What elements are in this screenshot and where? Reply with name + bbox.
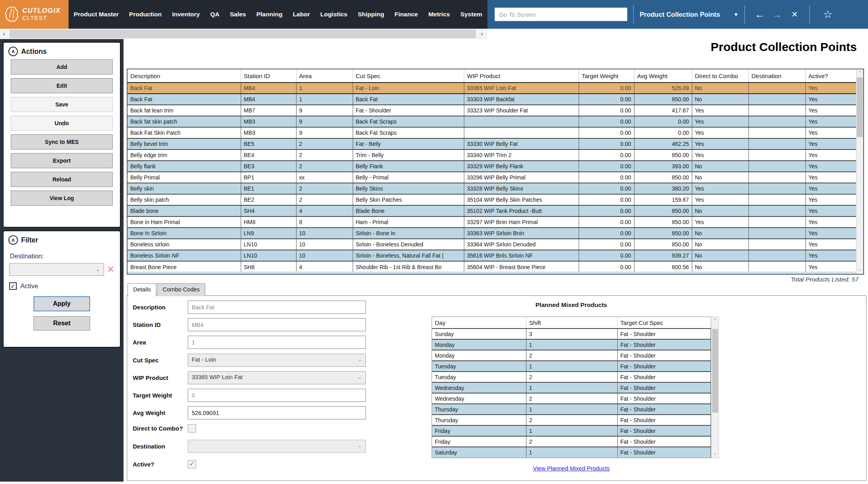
area-field[interactable] <box>188 336 366 349</box>
table-row[interactable]: Blade boneSH44Blade Bone35102 WIP Tank P… <box>128 205 856 216</box>
table-row[interactable]: Wednesday1Fat - Shoulder <box>432 382 711 393</box>
table-row[interactable]: Back FatMB41Back Fat33303 WIP Backfat0.0… <box>128 94 856 105</box>
nav-item-metrics[interactable]: Metrics <box>423 11 455 18</box>
close-screen-button[interactable]: ✕ <box>786 0 803 29</box>
table-row[interactable]: Tuesday2Fat - Shoulder <box>432 372 711 382</box>
column-header-description[interactable]: Description <box>128 69 241 83</box>
apply-button[interactable]: Apply <box>33 296 90 311</box>
nav-item-production[interactable]: Production <box>124 11 167 18</box>
grid-vertical-scrollbar[interactable]: ⌃ ⌄ <box>856 69 863 274</box>
destination-filter-select[interactable]: ⌄ <box>9 263 104 276</box>
table-row[interactable]: Belly skinBE12Belly Skins33328 WIP Belly… <box>128 183 856 194</box>
active-checkbox[interactable]: ✓ <box>188 460 196 468</box>
column-header-cut-spec[interactable]: Cut Spec <box>353 69 464 83</box>
planned-scrollbar-thumb[interactable] <box>712 329 718 413</box>
sync-to-mes-button[interactable]: Sync to MES <box>11 134 113 150</box>
tab-details[interactable]: Details <box>128 283 156 296</box>
column-header-avg-weight[interactable]: Avg Weight <box>634 69 692 83</box>
station-id-field[interactable] <box>188 318 366 331</box>
table-row[interactable]: Thursday1Fat - Shoulder <box>432 404 711 415</box>
nav-item-product-master[interactable]: Product Master <box>69 11 124 18</box>
view-log-button[interactable]: View Log <box>11 191 113 206</box>
table-row[interactable]: Boneless sirloinLN1010Sirloin - Boneless… <box>128 239 856 250</box>
column-header-station-id[interactable]: Station ID <box>241 69 296 83</box>
scroll-up-icon[interactable]: ⌃ <box>711 318 719 324</box>
table-row[interactable]: Belly flankBE32Belly Flank33329 WIP Bell… <box>128 161 856 172</box>
back-button[interactable]: ← <box>751 0 768 29</box>
undo-button[interactable]: Undo <box>11 116 113 131</box>
favorite-star-button[interactable]: ☆ <box>816 8 840 21</box>
table-row[interactable]: Belly edge trimBE42Trim - Belly33340 WIP… <box>128 150 856 161</box>
column-header-target-weight[interactable]: Target Weight <box>579 69 634 83</box>
column-header-active[interactable]: Active? <box>805 69 856 83</box>
table-row[interactable]: Wednesday2Fat - Shoulder <box>432 393 711 404</box>
table-row[interactable]: Sunday3Fat - Shoulder <box>432 329 711 339</box>
active-filter-checkbox-row[interactable]: ✓ Active <box>9 282 114 290</box>
cut-spec-select[interactable]: Fat - Loin ⌄ <box>188 354 366 367</box>
scroll-up-icon[interactable]: ⌃ <box>856 70 863 77</box>
edit-button[interactable]: Edit <box>11 78 113 93</box>
column-header-day[interactable]: Day <box>432 317 526 329</box>
grid-scrollbar-thumb[interactable] <box>857 77 863 137</box>
column-header-direct-to-combo[interactable]: Direct to Combo <box>692 69 748 83</box>
collapse-filter-icon[interactable]: ∧ <box>8 235 18 245</box>
column-header-wip-product[interactable]: WIP Product <box>464 69 579 83</box>
table-row[interactable]: Back fat skin patchMB39Back Fat Scraps0.… <box>128 116 856 127</box>
table-row[interactable]: Thursday2Fat - Shoulder <box>432 415 711 425</box>
active-filter-checkbox[interactable]: ✓ <box>9 282 17 290</box>
nav-item-system[interactable]: System <box>455 11 487 18</box>
nav-item-labor[interactable]: Labor <box>288 11 315 18</box>
column-header-area[interactable]: Area <box>296 69 353 83</box>
table-row[interactable]: Monday1Fat - Shoulder <box>432 339 711 350</box>
table-row[interactable]: Tuesday1Fat - Shoulder <box>432 361 711 372</box>
tab-combo-codes[interactable]: Combo Codes <box>157 283 205 296</box>
destination-select[interactable]: ⌄ <box>188 440 366 453</box>
table-row[interactable]: Bone in Ham PrimalHM88Ham - Primal33297 … <box>128 216 856 228</box>
column-header-destination[interactable]: Destination <box>748 69 805 83</box>
menu-scrollbar-thumb[interactable] <box>10 30 476 38</box>
table-row[interactable]: Friday1Fat - Shoulder <box>432 425 711 436</box>
description-field[interactable] <box>188 301 366 314</box>
scroll-down-icon[interactable]: ⌄ <box>856 267 863 273</box>
reset-button[interactable]: Reset <box>33 316 90 331</box>
scroll-down-icon[interactable]: ⌄ <box>711 451 719 457</box>
table-row[interactable]: Belly skin patchBE22Belly Skin Patches35… <box>128 194 856 205</box>
reload-button[interactable]: Reload <box>11 172 113 187</box>
column-header-shift[interactable]: Shift <box>526 317 617 329</box>
menu-scrollbar[interactable]: ‹ › <box>0 29 487 39</box>
planned-vertical-scrollbar[interactable]: ⌃ ⌄ <box>711 317 719 458</box>
nav-item-planning[interactable]: Planning <box>251 11 287 18</box>
scroll-left-icon[interactable]: ‹ <box>0 29 8 39</box>
nav-item-finance[interactable]: Finance <box>389 11 423 18</box>
table-row[interactable]: Belly bevel trimBE52Fat - Belly33330 WIP… <box>128 138 856 150</box>
table-row[interactable]: Breast Bone PieceSH84Shoulder Rib - 1st … <box>128 261 856 272</box>
view-planned-mixed-products-link[interactable]: View Planned Mixed Products <box>533 465 609 472</box>
app-logo[interactable]: CUTLOGIX CLTEST <box>0 0 69 29</box>
forward-button[interactable]: → <box>768 0 786 29</box>
export-button[interactable]: Export <box>11 153 113 168</box>
column-header-target-cut-spec[interactable]: Target Cut Spec <box>617 317 711 329</box>
grid-horizontal-scrollbar[interactable] <box>128 272 856 274</box>
go-to-screen-input[interactable] <box>495 8 627 21</box>
table-row[interactable]: Back FatMB41Fat - Loin33365 WIP Loin Fat… <box>128 83 856 94</box>
nav-item-inventory[interactable]: Inventory <box>167 11 205 18</box>
scroll-right-icon[interactable]: › <box>478 29 486 39</box>
direct-to-combo-checkbox[interactable]: ✓ <box>188 424 196 433</box>
collapse-actions-icon[interactable]: ∧ <box>8 47 18 56</box>
clear-destination-icon[interactable]: ✕ <box>107 264 114 275</box>
nav-item-qa[interactable]: QA <box>205 11 224 18</box>
nav-item-shipping[interactable]: Shipping <box>353 11 389 18</box>
avg-weight-field[interactable] <box>188 406 366 419</box>
table-row[interactable]: Back fat lean trimMB79Fat - Shoulder3332… <box>128 105 856 116</box>
table-row[interactable]: Monday2Fat - Shoulder <box>432 350 711 361</box>
add-button[interactable]: Add <box>11 59 113 75</box>
table-row[interactable]: Boneless Sirloin NFLN1010Sirloin - Bonel… <box>128 250 856 261</box>
nav-item-logistics[interactable]: Logistics <box>315 11 353 18</box>
table-row[interactable]: Belly PrimalBP1xxBelly - Primal33296 WIP… <box>128 172 856 183</box>
save-button[interactable]: Save <box>11 97 113 112</box>
table-row[interactable]: Back Fat Skin PatchMB39Back Fat Scraps0.… <box>128 127 856 138</box>
wip-product-select[interactable]: 33365 WIP Loin Fat ⌄ <box>188 371 366 384</box>
table-row[interactable]: Saturday1Fat - Shoulder <box>432 447 711 458</box>
screen-selector-dropdown[interactable]: Product Collection Points ▼ <box>640 11 738 18</box>
table-row[interactable]: Friday2Fat - Shoulder <box>432 436 711 447</box>
